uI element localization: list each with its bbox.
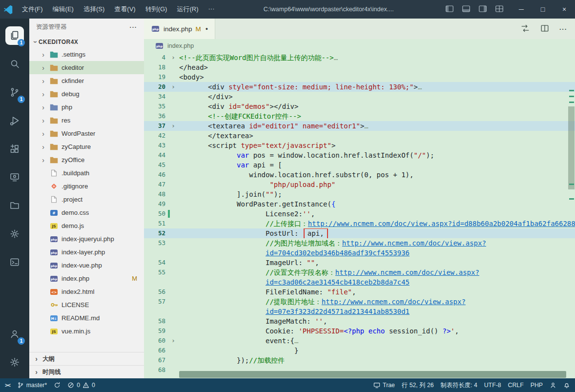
fold-indicator-icon[interactable]: › [167, 336, 179, 346]
tree-item-ckfinder[interactable]: ›ckfinder [29, 74, 144, 87]
code-line-49[interactable]: 49WordPaster.getInstance({ [144, 199, 575, 209]
close-button[interactable]: × [554, 0, 575, 19]
menu-item-5[interactable]: 运行(R) [172, 3, 203, 16]
code-line-67[interactable]: 67});//加载控件 [144, 355, 575, 365]
tree-item--settings[interactable]: ›.settings [29, 48, 144, 61]
code-line-59[interactable]: 59Cookie: 'PHPSESSID=<?php echo session_… [144, 326, 575, 336]
status-tab-size[interactable]: 制表符长度: 4 [441, 381, 477, 390]
status-remote-window[interactable]: >< [5, 382, 10, 388]
menu-item-0[interactable]: 文件(F) [18, 3, 47, 16]
tree-item--buildpath[interactable]: .buildpath [29, 166, 144, 180]
app-logo-icon[interactable] [0, 4, 17, 15]
unsaved-dot-icon[interactable]: ● [205, 26, 208, 31]
tree-item--project[interactable]: .project [29, 193, 144, 206]
status-feedback[interactable] [550, 382, 556, 389]
status-eol[interactable]: CRLF [508, 382, 524, 389]
code-link[interactable]: http://www.ncmem.com/doc/view.aspx? [322, 298, 466, 306]
status-notifications[interactable] [563, 382, 570, 389]
menu-item-3[interactable]: 查看(V) [110, 3, 140, 16]
status-trae[interactable]: Trae [373, 382, 395, 389]
tree-item-readme-md[interactable]: M↓README.md [29, 311, 144, 325]
code-line-47[interactable]: 47"php/upload.php" [144, 180, 575, 189]
tree-item-index-layer-php[interactable]: phpindex-layer.php [29, 246, 144, 259]
tree-item-license[interactable]: LICENSE [29, 298, 144, 311]
tree-item--gitignore[interactable]: .gitignore [29, 180, 144, 193]
tree-item-debug[interactable]: ›debug [29, 87, 144, 101]
tree-item-demo-js[interactable]: JSdemo.js [29, 219, 144, 232]
activity-explorer[interactable]: 1 [2, 21, 27, 50]
toggle-secondary-sidebar-icon[interactable] [478, 4, 487, 15]
tree-item-demo-css[interactable]: #demo.css [29, 206, 144, 219]
code-link[interactable]: id=704cd302ebd346b486adf39cf4553936 [266, 249, 410, 257]
activity-remote-explorer[interactable] [2, 163, 27, 191]
status-encoding[interactable]: UTF-8 [484, 382, 501, 389]
code-line-36[interactable]: 36<!--创建FCKEditor控件--> [144, 111, 575, 121]
activity-extensions[interactable] [2, 135, 27, 163]
activity-file-folders[interactable] [2, 191, 27, 220]
tree-item-zycapture[interactable]: ›zyCapture [29, 140, 144, 153]
code-line-58[interactable]: 58ImageMatch: '', [144, 316, 575, 326]
code-line-20[interactable]: 20›<div style="font-size: medium; line-h… [144, 82, 575, 92]
code-editor[interactable]: 4›<!--此页面实现Word图片自动批量上传的功能-->…18</head>1… [144, 53, 575, 378]
tree-item-index-php[interactable]: phpindex.phpM [29, 272, 144, 285]
code-line-46[interactable]: 46window.location.href.substr(0, pos + 1… [144, 170, 575, 180]
tree-item-wordpaster[interactable]: ›WordPaster [29, 127, 144, 140]
tab-index-php[interactable]: php index.php M ● [144, 19, 215, 39]
status-language-mode[interactable]: PHP [531, 382, 543, 389]
activity-settings[interactable] [2, 348, 27, 376]
fold-indicator-icon[interactable]: › [167, 121, 179, 131]
code-link[interactable]: http://www.ncmem.com/doc/view.aspx?id=d8… [308, 220, 575, 227]
tree-item-index2-html[interactable]: <>index2.html [29, 285, 144, 298]
code-line-52[interactable]: 52PostUrl: api, [144, 228, 575, 238]
activity-run-debug[interactable] [2, 106, 27, 135]
code-line-wrap[interactable]: id=07e3f323d22d4571ad213441ab8530d1 [144, 307, 575, 316]
code-line-wrap[interactable]: id=c3ad06c2ae31454cb418ceb2b8da7c45 [144, 277, 575, 287]
tree-item-index-jqueryui-php[interactable]: phpindex-jqueryui.php [29, 232, 144, 246]
fold-indicator-icon[interactable]: › [167, 53, 179, 62]
toggle-panel-icon[interactable] [462, 4, 471, 15]
code-line-43[interactable]: 43<script type="text/javascript"> [144, 141, 575, 150]
code-line-56[interactable]: 56FileFieldName: "file", [144, 287, 575, 297]
tree-item-res[interactable]: ›res [29, 114, 144, 127]
code-line-19[interactable]: 19<body> [144, 72, 575, 82]
vertical-scrollbar-thumb[interactable] [568, 106, 575, 189]
split-editor-icon[interactable] [540, 23, 550, 35]
tree-item-zyoffice[interactable]: ›zyOffice [29, 153, 144, 166]
horizontal-scrollbar-thumb[interactable] [179, 371, 566, 378]
tree-item-ckeditor[interactable]: ›ckeditor [29, 61, 144, 74]
code-line-4[interactable]: 4›<!--此页面实现Word图片自动批量上传的功能-->… [144, 53, 575, 62]
code-line-55[interactable]: 55//设置文件字段名称：http://www.ncmem.com/doc/vi… [144, 268, 575, 277]
menu-item-4[interactable]: 转到(G) [141, 3, 172, 16]
sidebar-more-icon[interactable]: ··· [130, 24, 138, 31]
code-line-34[interactable]: 34</div> [144, 92, 575, 102]
toggle-primary-sidebar-icon[interactable] [445, 4, 454, 15]
code-line-53[interactable]: 53//为图片地址增加域名：http://www.ncmem.com/doc/v… [144, 238, 575, 248]
tree-item-index-vue-php[interactable]: phpindex-vue.php [29, 259, 144, 272]
breadcrumb[interactable]: php index.php [144, 39, 575, 53]
status-git-branch[interactable]: master* [17, 382, 47, 389]
code-line-wrap[interactable]: id=704cd302ebd346b486adf39cf4553936 [144, 248, 575, 258]
maximize-button[interactable]: □ [532, 0, 554, 19]
tree-item-php[interactable]: ›php [29, 101, 144, 114]
activity-search[interactable] [2, 50, 27, 78]
code-link[interactable]: id=07e3f323d22d4571ad213441ab8530d1 [266, 308, 410, 315]
more-actions-icon[interactable]: ··· [559, 25, 567, 33]
customize-layout-icon[interactable] [495, 4, 504, 15]
code-line-45[interactable]: 45var api = [ [144, 160, 575, 170]
code-line-44[interactable]: 44var pos = window.location.href.lastInd… [144, 150, 575, 160]
activity-tools[interactable] [2, 220, 27, 248]
activity-terminal-panel[interactable] [2, 248, 27, 276]
code-line-50[interactable]: 50License2:'', [144, 209, 575, 219]
code-link[interactable]: id=c3ad06c2ae31454cb418ceb2b8da7c45 [266, 278, 410, 286]
code-line-35[interactable]: 35<div id="demos"></div> [144, 102, 575, 111]
tree-root-ckeditor4x[interactable]: ›CKEDITOR4X [29, 36, 144, 48]
menu-item-6[interactable]: ··· [204, 3, 219, 16]
code-line-54[interactable]: 54ImageUrl: "", [144, 258, 575, 268]
menu-item-2[interactable]: 选择(S) [79, 3, 109, 16]
status-cursor-position[interactable]: 行 52, 列 26 [402, 381, 434, 390]
code-line-42[interactable]: 42</textarea> [144, 131, 575, 141]
code-link[interactable]: http://www.ncmem.com/doc/view.aspx? [335, 268, 479, 276]
code-line-57[interactable]: 57//提取图片地址：http://www.ncmem.com/doc/view… [144, 297, 575, 307]
sidebar-section-0[interactable]: ›大纲 [29, 352, 144, 365]
code-link[interactable]: http://www.ncmem.com/doc/view.aspx? [342, 239, 486, 247]
